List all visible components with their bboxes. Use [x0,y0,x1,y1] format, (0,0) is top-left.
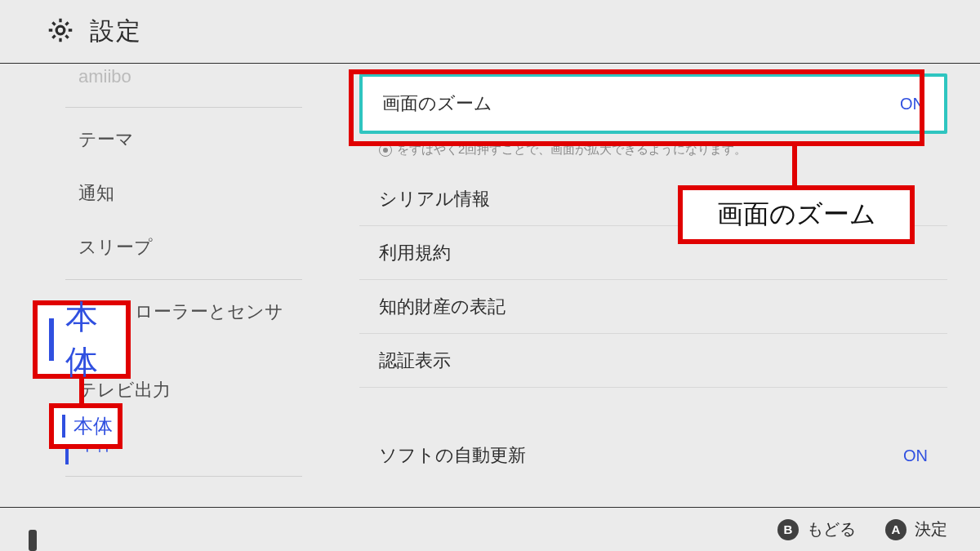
content-pane: 画面のズーム ON をすばやく2回押すことで、画面が拡大できるようになります。 … [327,64,980,504]
sidebar-item-sleep[interactable]: スリープ [65,220,302,274]
footer-ok-label: 決定 [915,518,947,540]
row-label: ソフトの自動更新 [379,443,526,468]
sidebar: amiibo テーマ 通知 スリープ コントローラーとセンサー テレビ出力 本体 [0,64,327,504]
footer-ok[interactable]: A 決定 [885,518,947,540]
row-certifications[interactable]: 認証表示 [359,334,947,388]
header: 設定 [0,0,980,64]
row-label: シリアル情報 [379,187,490,211]
row-auto-update[interactable]: ソフトの自動更新 ON [359,429,947,482]
home-button-icon [379,144,392,157]
row-terms[interactable]: 利用規約 [359,226,947,280]
sidebar-divider [65,476,302,477]
sidebar-item-controllers[interactable]: コントローラーとセンサー [65,285,302,363]
row-value: ON [903,447,928,465]
zoom-hint-text: をすばやく2回押すことで、画面が拡大できるようになります。 [397,142,746,158]
a-button-icon: A [885,519,906,540]
row-label: 画面のズーム [382,91,492,116]
footer: B もどる A 決定 [0,507,980,551]
sidebar-item-amiibo[interactable]: amiibo [65,64,302,102]
b-button-icon: B [777,519,799,540]
svg-point-0 [56,26,65,34]
row-label: 認証表示 [379,349,451,373]
sidebar-item-system[interactable]: 本体 [65,417,302,471]
row-ip-notices[interactable]: 知的財産の表記 [359,280,947,334]
footer-back-label: もどる [807,518,856,540]
row-screen-zoom[interactable]: 画面のズーム ON [359,73,947,134]
sidebar-divider [65,279,302,280]
footer-back[interactable]: B もどる [777,518,856,540]
row-serial-info[interactable]: シリアル情報 [359,172,947,226]
row-label: 利用規約 [379,241,451,265]
sidebar-item-notifications[interactable]: 通知 [65,167,302,220]
row-label: 知的財産の表記 [379,295,506,319]
sidebar-divider [65,107,302,108]
page-title: 設定 [90,15,142,48]
row-value: ON [900,95,924,113]
sidebar-item-theme[interactable]: テーマ [65,113,302,167]
zoom-hint: をすばやく2回押すことで、画面が拡大できるようになります。 [359,134,947,172]
gear-icon [46,16,75,48]
sidebar-item-tv-output[interactable]: テレビ出力 [65,363,302,417]
